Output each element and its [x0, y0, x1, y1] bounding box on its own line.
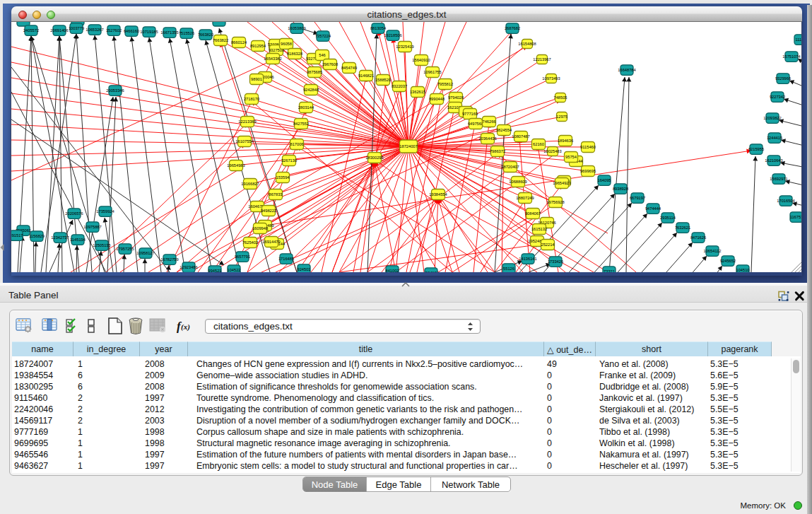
svg-text:9699695: 9699695 — [580, 169, 596, 173]
svg-text:12213967: 12213967 — [533, 57, 551, 62]
svg-text:19654983: 19654983 — [227, 163, 245, 168]
svg-text:90412: 90412 — [425, 271, 437, 272]
svg-text:1894636: 1894636 — [558, 139, 573, 143]
svg-text:15751074: 15751074 — [782, 54, 801, 59]
svg-text:8938928: 8938928 — [613, 187, 628, 191]
svg-text:10975887: 10975887 — [83, 225, 101, 229]
svg-text:164095: 164095 — [597, 178, 611, 182]
svg-text:2967608: 2967608 — [322, 62, 338, 66]
svg-text:116753: 116753 — [790, 215, 801, 219]
svg-text:16053809: 16053809 — [288, 26, 305, 30]
svg-text:391517: 391517 — [11, 233, 23, 238]
svg-text:1145194: 1145194 — [70, 238, 86, 242]
svg-text:17016504: 17016504 — [777, 199, 795, 203]
svg-text:12325419: 12325419 — [396, 45, 413, 49]
svg-text:12093822: 12093822 — [763, 116, 781, 120]
svg-text:9146821: 9146821 — [358, 74, 374, 78]
svg-text:9084067: 9084067 — [525, 211, 541, 216]
svg-text:10807487: 10807487 — [512, 134, 529, 139]
svg-text:18724007: 18724007 — [399, 144, 417, 148]
svg-text:9242848: 9242848 — [303, 88, 319, 92]
svg-text:8454749: 8454749 — [341, 66, 357, 70]
svg-text:9777169: 9777169 — [462, 112, 478, 116]
svg-text:19654923: 19654923 — [553, 181, 570, 185]
svg-text:19166827: 19166827 — [241, 182, 259, 186]
svg-text:95754: 95754 — [565, 155, 577, 159]
svg-text:98901: 98901 — [251, 77, 262, 81]
svg-text:12505135: 12505135 — [93, 243, 110, 247]
svg-text:1362615: 1362615 — [410, 90, 425, 94]
svg-text:6497568: 6497568 — [468, 122, 483, 126]
svg-text:20691406: 20691406 — [50, 28, 68, 33]
svg-text:7515526: 7515526 — [179, 31, 194, 35]
svg-text:9115460: 9115460 — [580, 145, 596, 149]
svg-text:17359924: 17359924 — [96, 209, 114, 214]
svg-text:15692971: 15692971 — [770, 177, 787, 181]
svg-text:1716485: 1716485 — [278, 257, 294, 261]
svg-text:8322037: 8322037 — [392, 84, 407, 88]
svg-text:9657791: 9657791 — [235, 255, 250, 259]
svg-text:73321: 73321 — [604, 269, 615, 272]
svg-text:1527602: 1527602 — [106, 28, 122, 33]
svg-text:20364436: 20364436 — [478, 136, 496, 141]
svg-text:12923486: 12923486 — [180, 265, 197, 269]
svg-text:16543382: 16543382 — [264, 57, 281, 61]
svg-text:7663822: 7663822 — [213, 38, 228, 42]
svg-text:867833: 867833 — [269, 192, 282, 197]
svg-text:546: 546 — [319, 53, 326, 57]
svg-text:924501: 924501 — [297, 267, 310, 271]
svg-text:1244415: 1244415 — [767, 136, 782, 140]
svg-text:9794028: 9794028 — [448, 95, 464, 100]
svg-text:18807249: 18807249 — [516, 196, 534, 200]
svg-text:8660124: 8660124 — [231, 40, 247, 45]
svg-text:7632621: 7632621 — [675, 226, 690, 230]
svg-text:7357224: 7357224 — [315, 34, 331, 38]
svg-text:19384554: 19384554 — [429, 192, 447, 197]
svg-text:8186328: 8186328 — [287, 52, 302, 56]
svg-text:2803144: 2803144 — [298, 105, 314, 110]
svg-text:1588520: 1588520 — [375, 78, 391, 82]
svg-text:8471626: 8471626 — [690, 235, 706, 240]
svg-text:817006: 817006 — [290, 142, 303, 146]
svg-text:16782759: 16782759 — [160, 257, 178, 262]
svg-text:9329966: 9329966 — [775, 76, 791, 81]
svg-text:10654112: 10654112 — [703, 249, 721, 253]
svg-text:1615132: 1615132 — [531, 227, 547, 231]
svg-text:15640910: 15640910 — [412, 58, 430, 62]
svg-text:19218506: 19218506 — [384, 33, 401, 37]
svg-text:16914479: 16914479 — [262, 240, 280, 244]
svg-text:16648784: 16648784 — [618, 68, 636, 72]
svg-text:10719185: 10719185 — [140, 30, 158, 34]
svg-text:10973493: 10973493 — [542, 76, 560, 81]
svg-text:20053346: 20053346 — [106, 88, 124, 93]
svg-text:16210643: 16210643 — [765, 158, 782, 163]
svg-text:994521: 994521 — [208, 269, 221, 272]
svg-text:10958127: 10958127 — [136, 251, 154, 255]
svg-text:7663820: 7663820 — [198, 33, 213, 37]
svg-text:104510: 104510 — [736, 268, 749, 272]
svg-text:55126: 55126 — [503, 267, 514, 271]
svg-text:12975: 12975 — [556, 115, 567, 119]
svg-text:7625402: 7625402 — [242, 240, 258, 245]
svg-text:2718170: 2718170 — [244, 97, 259, 101]
svg-text:841002: 841002 — [385, 269, 399, 272]
svg-text:10025483: 10025483 — [543, 149, 561, 153]
svg-text:1156829: 1156829 — [29, 234, 45, 238]
svg-text:6466160: 6466160 — [124, 29, 139, 33]
svg-text:10688609: 10688609 — [509, 180, 526, 184]
svg-text:16154808: 16154808 — [518, 42, 536, 46]
svg-text:9474444: 9474444 — [645, 206, 661, 211]
svg-text:252214: 252214 — [541, 243, 555, 247]
svg-text:7986372: 7986372 — [490, 149, 505, 153]
svg-text:8427552: 8427552 — [293, 122, 309, 126]
svg-text:104522: 104522 — [227, 268, 240, 272]
svg-text:62160: 62160 — [533, 142, 544, 146]
svg-text:10653267: 10653267 — [86, 28, 103, 32]
svg-text:3824554: 3824554 — [496, 128, 512, 132]
svg-text:1733426: 1733426 — [548, 259, 563, 264]
svg-text:9498222: 9498222 — [261, 209, 276, 213]
svg-text:8215955: 8215955 — [748, 147, 764, 151]
svg-text:8912954: 8912954 — [250, 44, 266, 48]
svg-text:153594: 153594 — [276, 175, 290, 180]
svg-text:12213369: 12213369 — [238, 119, 256, 124]
